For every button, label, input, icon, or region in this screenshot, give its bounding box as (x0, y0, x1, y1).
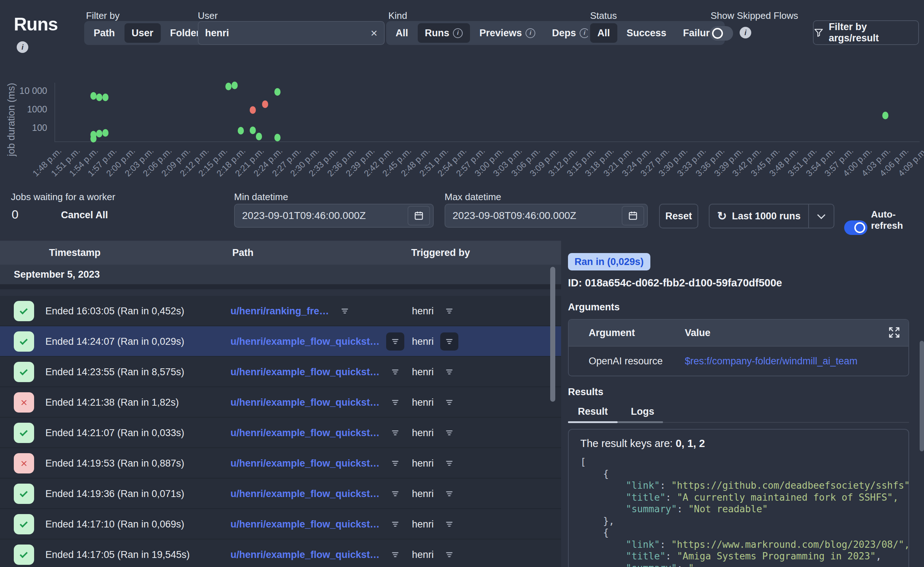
run-dot-success[interactable] (250, 126, 256, 134)
run-path-link[interactable]: u/henri/example_flow_quickst… (230, 488, 379, 500)
table-row[interactable]: Ended 14:23:55 (Ran in 8,575s)u/henri/ex… (0, 357, 561, 387)
col-timestamp[interactable]: Timestamp (49, 247, 101, 258)
show-skipped-info-icon[interactable]: i (740, 27, 751, 38)
filter-by-path-icon[interactable] (336, 302, 354, 320)
runs-info-icon[interactable]: i (17, 41, 28, 53)
job-id: ID: 018a654c-d062-fbb2-d100-59fa70df500e (568, 277, 782, 289)
kind-option-runs[interactable]: Runsi (418, 23, 470, 43)
run-dot-success[interactable] (96, 130, 102, 137)
run-dot-success[interactable] (256, 133, 262, 140)
status-option-success[interactable]: Success (620, 23, 674, 43)
filter-by-user-icon[interactable] (440, 302, 458, 320)
filter-by-user-icon[interactable] (440, 454, 458, 472)
filter-by-user-icon[interactable] (440, 333, 458, 351)
panel-scrollbar[interactable] (919, 341, 924, 452)
table-row[interactable]: Ended 14:24:07 (Ran in 0,029s)u/henri/ex… (0, 326, 561, 357)
table-scrollbar[interactable] (550, 267, 555, 402)
runs-select-dropdown[interactable] (809, 214, 834, 218)
filter-by-path-icon[interactable] (386, 393, 404, 411)
chart-y-axis-line (54, 82, 55, 141)
filter-by-path-icon[interactable] (386, 424, 404, 442)
json-line: [ (580, 456, 897, 468)
run-path-link[interactable]: u/henri/example_flow_quickst… (230, 366, 379, 378)
table-row[interactable]: Ended 16:03:05 (Ran in 0,452s)u/henri/ra… (0, 296, 561, 326)
status-option-all[interactable]: All (590, 23, 617, 43)
run-dot-failure[interactable] (262, 100, 268, 108)
table-row[interactable]: Ended 14:17:05 (Ran in 19,545s)u/henri/e… (0, 540, 561, 567)
user-filter-input[interactable] (205, 27, 370, 39)
failure-x-icon: × (14, 453, 34, 474)
show-skipped-toggle[interactable] (710, 26, 733, 40)
json-line: "link": "https://github.com/deadbeefsoci… (580, 480, 897, 492)
filter-by-path-icon[interactable] (386, 333, 404, 351)
table-row[interactable]: ×Ended 14:19:53 (Ran in 0,887s)u/henri/e… (0, 448, 561, 478)
filter-by-args-button[interactable]: Filter by args/result (813, 20, 919, 45)
filter-by-user-icon[interactable] (440, 424, 458, 442)
run-dot-failure[interactable] (250, 106, 256, 114)
col-path[interactable]: Path (232, 247, 254, 258)
run-path-link[interactable]: u/henri/ranking_fre… (230, 306, 329, 317)
table-row[interactable]: ×Ended 14:21:38 (Ran in 1,82s)u/henri/ex… (0, 387, 561, 418)
col-triggered-by[interactable]: Triggered by (411, 247, 470, 258)
filter-by-user-icon[interactable] (440, 515, 458, 533)
y-axis-tick-label: 1000 (15, 104, 47, 114)
filter-by-user-icon[interactable] (440, 485, 458, 503)
calendar-icon[interactable] (622, 206, 644, 225)
filter-by-path-icon[interactable] (386, 546, 404, 564)
run-dot-success[interactable] (90, 135, 96, 142)
run-path-link[interactable]: u/henri/example_flow_quickst… (230, 397, 379, 408)
filter-by-path-icon[interactable] (386, 454, 404, 472)
auto-refresh-toggle[interactable] (844, 220, 867, 235)
expand-icon[interactable] (888, 326, 900, 339)
filter-by-path-icon[interactable] (386, 485, 404, 503)
run-dot-success[interactable] (90, 92, 96, 100)
filter-by-option-user[interactable]: User (125, 23, 161, 43)
run-path-link[interactable]: u/henri/example_flow_quickst… (230, 549, 379, 561)
max-datetime-label: Max datetime (445, 191, 501, 202)
table-row[interactable]: Ended 14:19:36 (Ran in 0,071s)u/henri/ex… (0, 478, 561, 509)
cancel-all-button[interactable]: Cancel All (61, 210, 108, 221)
run-dot-success[interactable] (882, 112, 888, 119)
run-path-link[interactable]: u/henri/example_flow_quickst… (230, 336, 379, 347)
run-dot-success[interactable] (274, 134, 280, 141)
filter-by-option-path[interactable]: Path (86, 23, 122, 43)
calendar-icon[interactable] (408, 206, 430, 225)
run-dot-success[interactable] (96, 93, 102, 101)
filter-by-user-icon[interactable] (440, 363, 458, 381)
run-dot-success[interactable] (102, 93, 108, 101)
kind-option-all[interactable]: All (388, 23, 415, 43)
filter-by-user-icon[interactable] (440, 393, 458, 411)
run-path-link[interactable]: u/henri/example_flow_quickst… (230, 519, 379, 530)
last-runs-button[interactable]: ↻ Last 1000 runs (709, 210, 808, 222)
run-dot-success[interactable] (238, 127, 244, 135)
kind-option-previews[interactable]: Previewsi (472, 23, 543, 43)
run-timestamp: Ended 14:21:07 (Ran in 0,033s) (45, 418, 184, 448)
filter-by-path-icon[interactable] (386, 515, 404, 533)
toggle-knob (712, 28, 723, 39)
run-dot-success[interactable] (226, 82, 232, 90)
tabs-baseline (663, 422, 909, 423)
reset-button[interactable]: Reset (659, 204, 698, 228)
date-group-row: September 5, 2023 (0, 265, 561, 289)
filter-by-user-icon[interactable] (440, 546, 458, 564)
triggered-by-user: henri (412, 549, 434, 561)
min-datetime-label: Min datetime (234, 191, 288, 202)
success-check-icon (14, 362, 34, 382)
table-row[interactable]: Ended 14:21:07 (Ran in 0,033s)u/henri/ex… (0, 418, 561, 448)
result-json: [ { "link": "https://github.com/deadbeef… (580, 456, 897, 567)
chart-x-axis-line (54, 141, 919, 142)
success-check-icon (14, 301, 34, 321)
table-row[interactable]: Ended 14:17:10 (Ran in 0,069s)u/henri/ex… (0, 509, 561, 540)
run-dot-success[interactable] (102, 129, 108, 136)
run-path-link[interactable]: u/henri/example_flow_quickst… (230, 458, 379, 469)
filter-by-path-icon[interactable] (386, 363, 404, 381)
run-dot-success[interactable] (232, 82, 238, 89)
argument-value-link[interactable]: $res:f/company-folder/windmill_ai_team (685, 356, 858, 367)
run-dot-success[interactable] (274, 88, 280, 96)
min-datetime-field[interactable]: 2023-09-01T09:46:00.000Z (234, 204, 434, 228)
clear-input-icon[interactable]: × (370, 27, 378, 39)
run-timestamp: Ended 14:19:36 (Ran in 0,071s) (45, 478, 184, 509)
table-header: Timestamp Path Triggered by (0, 241, 561, 265)
run-path-link[interactable]: u/henri/example_flow_quickst… (230, 428, 379, 439)
max-datetime-field[interactable]: 2023-09-08T09:46:00.000Z (445, 204, 648, 228)
